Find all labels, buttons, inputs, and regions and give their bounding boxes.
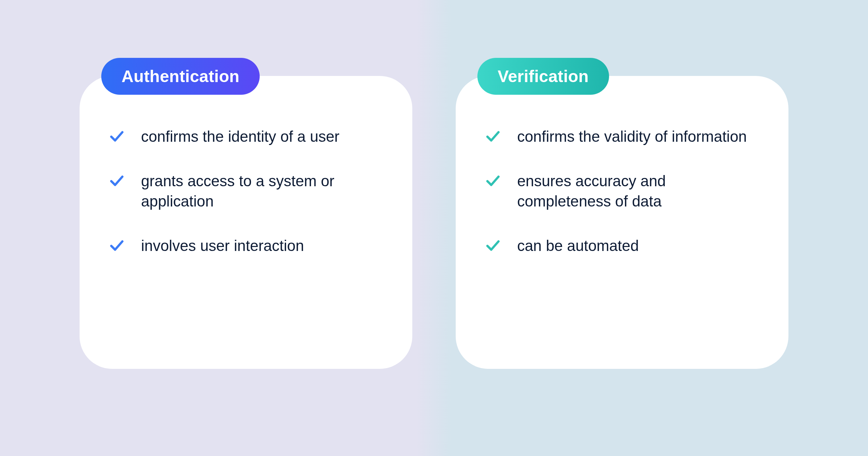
list-item: involves user interaction (109, 236, 383, 256)
checkmark-icon (109, 128, 125, 145)
item-text: confirms the identity of a user (141, 127, 340, 147)
checkmark-icon (109, 172, 125, 189)
item-text: ensures accuracy and completeness of dat… (517, 171, 749, 212)
authentication-items: confirms the identity of a user grants a… (109, 127, 383, 256)
list-item: confirms the identity of a user (109, 127, 383, 147)
list-item: confirms the validity of information (485, 127, 760, 147)
authentication-pill: Authentication (101, 58, 260, 95)
verification-pill: Verification (477, 58, 609, 95)
item-text: grants access to a system or application (141, 171, 373, 212)
item-text: confirms the validity of information (517, 127, 747, 147)
checkmark-icon (485, 172, 501, 189)
authentication-card: Authentication confirms the identity of … (80, 76, 412, 369)
list-item: ensures accuracy and completeness of dat… (485, 171, 760, 212)
item-text: involves user interaction (141, 236, 304, 256)
list-item: grants access to a system or application (109, 171, 383, 212)
verification-items: confirms the validity of information ens… (485, 127, 760, 256)
checkmark-icon (109, 237, 125, 254)
item-text: can be automated (517, 236, 639, 256)
checkmark-icon (485, 128, 501, 145)
list-item: can be automated (485, 236, 760, 256)
verification-title: Verification (498, 67, 589, 86)
verification-card: Verification confirms the validity of in… (456, 76, 788, 369)
authentication-title: Authentication (122, 67, 239, 86)
checkmark-icon (485, 237, 501, 254)
cards-row: Authentication confirms the identity of … (0, 0, 868, 369)
